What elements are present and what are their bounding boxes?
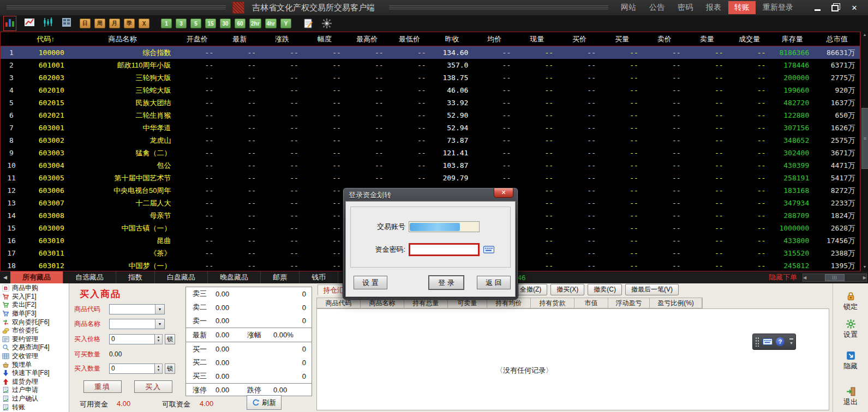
column-header-bid[interactable]: 买价 (558, 34, 601, 44)
period-button[interactable]: X (139, 19, 149, 28)
menu-item[interactable]: 撤单[F3] (0, 310, 69, 318)
column-header-bidvol[interactable]: 买量 (601, 34, 643, 44)
period-button[interactable]: 1 (161, 19, 172, 28)
titlebar-link[interactable]: 公告 (643, 1, 671, 14)
tab-邮票[interactable]: 邮票 (261, 271, 300, 283)
product-code-select[interactable]: ▼ (109, 304, 165, 314)
period-button[interactable]: 15 (205, 19, 216, 28)
column-header-high[interactable]: 最高价 (346, 34, 388, 44)
period-button[interactable]: 60 (235, 19, 246, 28)
positions-column-header[interactable]: 市值 (574, 298, 608, 308)
titlebar-link[interactable]: 网站 (615, 1, 642, 14)
maximize-button[interactable] (828, 2, 844, 13)
tab-晚盘藏品[interactable]: 晚盘藏品 (208, 271, 261, 283)
column-header-code[interactable]: 代码↑ (22, 34, 69, 44)
menu-item[interactable]: 预埋单 (0, 360, 69, 369)
period-button[interactable]: 日 (80, 19, 91, 28)
menu-item[interactable]: B商品申购 (0, 284, 69, 293)
column-header-askvol[interactable]: 卖量 (686, 34, 728, 44)
table-row[interactable]: 2601001邮政110周年小版------------357.0-------… (1, 59, 860, 71)
menu-item[interactable]: 市价委托 (0, 326, 69, 335)
table-row[interactable]: 9603003猛禽（二）------------121.41----------… (1, 147, 860, 159)
tab-钱币[interactable]: 钱币 (300, 271, 338, 283)
qty-stepper[interactable]: ▲▼ (155, 363, 163, 374)
fund-password-input[interactable] (409, 243, 480, 256)
tab-指数[interactable]: 指数 (116, 271, 155, 283)
product-name-select[interactable]: ▼ (109, 319, 165, 329)
positions-column-header[interactable]: 持有货款 (531, 298, 574, 308)
strip-button-锁定[interactable]: 锁定 (833, 291, 868, 312)
qty-lock-button[interactable]: 锁 (165, 363, 175, 374)
positions-column-header[interactable]: 浮动盈亏 (608, 298, 650, 308)
dialog-close-button[interactable]: ✕ (494, 188, 513, 198)
column-header-avg[interactable]: 均价 (473, 34, 516, 44)
cancel-button[interactable]: 撤最后一笔(V) (625, 284, 679, 295)
column-header-prev[interactable]: 昨收 (431, 34, 474, 44)
market-vertical-scrollbar[interactable]: ▲ ≡ ▼ (860, 32, 868, 271)
column-header-low[interactable]: 最低价 (388, 34, 431, 44)
buy-qty-input[interactable]: 0 (109, 363, 155, 374)
buy-price-input[interactable]: 0 (109, 334, 155, 344)
menu-item[interactable]: 交易查询[F4] (0, 343, 69, 352)
hscroll-right-icon[interactable]: ▶ (863, 275, 866, 280)
menu-item[interactable]: 转账 (0, 403, 69, 411)
cancel-button[interactable]: 撤买(X) (550, 284, 584, 295)
drag-handle-icon[interactable] (755, 337, 759, 347)
titlebar-link[interactable]: 转账 (728, 1, 756, 14)
table-row[interactable]: 5602015民族大团结------------33.92-----------… (1, 96, 860, 109)
dialog-back-button[interactable]: 返 回 (477, 276, 511, 289)
table-row[interactable]: 6602021二轮生肖猴------------52.90-----------… (1, 109, 860, 122)
column-header-curvol[interactable]: 现量 (516, 34, 558, 44)
strip-button-退出[interactable]: 退出 (833, 386, 868, 407)
help-icon[interactable]: ? (776, 337, 785, 346)
reset-button[interactable]: 重填 (83, 380, 122, 393)
price-lock-button[interactable]: 锁 (165, 334, 175, 344)
minibar-expand-icon[interactable]: ▼ (789, 341, 793, 345)
tab-白盘藏品[interactable]: 白盘藏品 (155, 271, 208, 283)
period-button[interactable]: 4hr (265, 19, 277, 28)
cancel-button[interactable]: 全撤(Z) (514, 284, 547, 295)
strip-button-隐藏[interactable]: 隐藏 (833, 350, 868, 371)
scroll-down-icon[interactable]: ▼ (861, 264, 868, 270)
tab-所有藏品[interactable]: 所有藏品 (10, 271, 63, 283)
soft-keyboard-icon[interactable] (483, 245, 494, 254)
gear-icon[interactable] (321, 18, 332, 29)
column-header-pct[interactable]: 幅度 (303, 34, 346, 44)
period-button[interactable]: 5 (190, 19, 201, 28)
menu-item[interactable]: 要约管理 (0, 335, 69, 344)
period-button[interactable]: 2hr (249, 19, 261, 28)
tab-自选藏品[interactable]: 自选藏品 (63, 271, 116, 283)
period-button[interactable]: 30 (220, 19, 231, 28)
period-button[interactable]: 月 (109, 19, 120, 28)
column-header-vol[interactable]: 成交量 (728, 34, 771, 44)
table-row[interactable]: 7603001中华孝道------------52.94------------… (1, 122, 860, 134)
chevron-down-icon[interactable]: ▼ (155, 305, 164, 314)
strip-button-设置[interactable]: 设置 (833, 319, 868, 340)
scroll-thumb[interactable]: ≡ (861, 108, 868, 169)
scroll-up-icon[interactable]: ▲ (861, 32, 868, 38)
positions-column-header[interactable]: 盈亏比例(%) (650, 298, 702, 308)
menu-item[interactable]: 交收管理 (0, 352, 69, 361)
candlestick-icon[interactable] (43, 17, 53, 28)
tabs-left-arrow-icon[interactable]: ◀ (0, 275, 10, 280)
table-row[interactable]: 4602010三轮蛇大版------------46.06-----------… (1, 84, 860, 96)
titlebar-link[interactable]: 报表 (700, 1, 727, 14)
buy-button[interactable]: 买入 (134, 380, 172, 393)
menu-item[interactable]: 过户确认 (0, 395, 69, 403)
period-button[interactable]: 周 (94, 19, 105, 28)
refresh-button[interactable]: 刷新 (247, 395, 282, 410)
table-row[interactable]: 10603004包公------------103.87------------… (1, 159, 860, 172)
table-row[interactable]: 11603005第十届中国艺术节------------209.79------… (1, 172, 860, 184)
menu-item[interactable]: 双向委托[F6] (0, 318, 69, 326)
calculator-icon[interactable] (61, 17, 72, 28)
column-header-open[interactable]: 开盘价 (176, 34, 218, 44)
dialog-settings-button[interactable]: 设 置 (354, 276, 387, 289)
menu-item[interactable]: 买入[F1] (0, 293, 69, 301)
cancel-button[interactable]: 撤卖(C) (588, 284, 622, 295)
column-header-cap[interactable]: 总市值 (814, 34, 860, 44)
table-row[interactable]: 8603002龙虎山------------73.87-------------… (1, 134, 860, 147)
hide-order-link[interactable]: 隐藏下单 (769, 272, 797, 282)
menu-item[interactable]: 过户申请 (0, 386, 69, 395)
chevron-down-icon[interactable]: ▼ (155, 319, 164, 329)
bar-chart-icon[interactable] (4, 17, 15, 28)
